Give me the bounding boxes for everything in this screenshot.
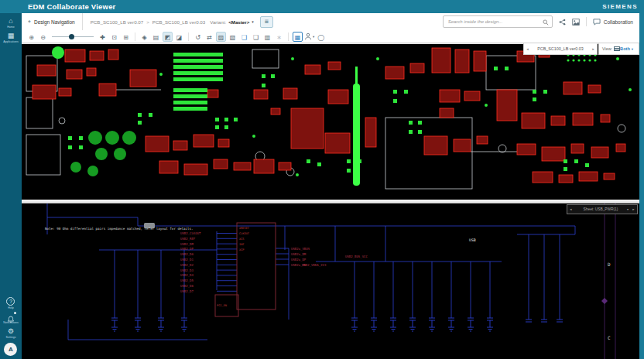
svg-text:USB2_D2: USB2_D2 [180, 263, 194, 267]
svg-text:USB2_D7: USB2_D7 [180, 289, 194, 293]
selection-list-button[interactable]: ≣ [260, 16, 273, 28]
svg-text:XCP: XCP [239, 248, 245, 251]
tab-design-navigation[interactable]: ⌖ Design Navigation [22, 13, 83, 30]
svg-text:USB2_D1: USB2_D1 [180, 258, 194, 262]
view-mode-value[interactable]: Both [620, 46, 630, 51]
svg-text:USB2_D6: USB2_D6 [180, 284, 194, 288]
chevron-down-icon: ▾ [632, 47, 633, 51]
home-icon: ⌂ [9, 17, 12, 25]
svg-text:USB2_DM: USB2_DM [180, 242, 194, 246]
sidebar-item-help[interactable]: ? Help [6, 297, 15, 309]
design-selector-value[interactable]: PCB_SC100_LB ver0.03 [531, 46, 590, 51]
svg-text:USB2x_DP: USB2x_DP [291, 258, 307, 262]
variant-value[interactable]: <Master> [228, 19, 249, 25]
rail-bottom-group: ? Help Notifications ⚙ Settings A [3, 296, 19, 356]
collaboration-button[interactable]: Collaboration [593, 15, 633, 29]
nav-right-group: Collaboration [443, 15, 633, 29]
layers-all-icon[interactable]: ▥ [262, 32, 272, 42]
flip-board-icon[interactable]: ⇄ [204, 32, 214, 42]
sidebar-item-label: Help [8, 306, 13, 309]
notification-badge [14, 312, 16, 314]
app-header: EDM Collaborate Viewer SIEMENS [0, 0, 644, 13]
view-label: View: [602, 46, 612, 51]
zoom-slider[interactable] [52, 32, 94, 42]
rail-top-group: ⌂ Home ▦ Applications [3, 15, 18, 45]
svg-text:USB2_VDDA_3V3: USB2_VDDA_3V3 [302, 263, 327, 267]
toolbar-separator [188, 32, 189, 41]
split-divider[interactable] [22, 200, 639, 203]
view-mode-selector[interactable]: View: Both ▾ [598, 43, 639, 55]
search-icon[interactable] [543, 15, 549, 29]
zoom-slider-knob[interactable] [69, 34, 74, 39]
pan-icon[interactable]: ✚ [98, 32, 108, 42]
sidebar-item-settings[interactable]: ⚙ Settings [5, 327, 15, 339]
viewer-toolbar: ⊕ ⊖ ✚ ⊡ ⊞ ◈ ▤ ◩ ◪ ↺ ⇄ ▨ ▧ ❑ ❏ ▥ ∗ ▦ ▾ ◯ [22, 30, 639, 43]
snapshot-image-icon[interactable] [572, 19, 580, 26]
user-avatar[interactable]: A [4, 343, 17, 356]
chevron-down-icon: ▾ [627, 207, 629, 211]
svg-text:USB2_D3: USB2_D3 [180, 268, 194, 272]
collaboration-label: Collaboration [604, 19, 633, 25]
svg-text:USB2_CLKOUT: USB2_CLKOUT [180, 231, 201, 235]
svg-text:USB2_REF: USB2_REF [180, 237, 196, 241]
layers-blue-icon[interactable]: ❑ [239, 32, 249, 42]
zoom-in-icon[interactable]: ⊕ [26, 32, 36, 42]
schematic-note: Note: 90 Ohm differential pairs impedanc… [45, 227, 194, 231]
share-icon[interactable] [559, 19, 566, 26]
next-design-button[interactable]: ▸ [590, 46, 597, 51]
outline-mode-icon[interactable]: ▧ [228, 32, 238, 42]
sheet-selector[interactable]: ◂ Sheet: USB_PWR(1) ▾ ▸ [567, 204, 638, 214]
cross-probe-icon[interactable]: ◈ [139, 32, 149, 42]
search-input[interactable] [447, 19, 543, 25]
properties-table-icon[interactable]: ▦ [293, 32, 303, 42]
help-icon: ? [6, 297, 15, 306]
svg-text:CLKOUT: CLKOUT [239, 232, 250, 235]
layers-top-icon[interactable]: ❏ [251, 32, 261, 42]
prev-design-button[interactable]: ◂ [524, 46, 531, 51]
hierarchy-icon: ⌖ [28, 19, 31, 25]
prev-sheet-button[interactable]: ◂ [567, 207, 574, 211]
zone-letter-c: C [608, 335, 611, 340]
presence-icon[interactable]: ◯ [316, 32, 326, 42]
pcb-viewer-pane: ◂ PCB_SC100_LB ver0.03 ▸ View: Both ▾ [22, 43, 639, 200]
svg-text:USB2_DP: USB2_DP [180, 247, 194, 251]
sheet-selector-value[interactable]: Sheet: USB_PWR(1) [574, 207, 627, 211]
fit-view-icon[interactable]: ⊞ [121, 32, 131, 42]
svg-text:USB2_BUS_VCC: USB2_BUS_VCC [345, 255, 368, 258]
history-icon[interactable]: ↺ [193, 32, 203, 42]
chevron-down-icon: ▾ [313, 35, 314, 39]
schematic-canvas[interactable]: Note: 90 Ohm differential pairs impedanc… [22, 203, 639, 359]
chevron-down-icon[interactable]: ▾ [252, 19, 254, 24]
next-sheet-button[interactable]: ▸ [630, 207, 637, 211]
sidebar-item-label: Home [7, 26, 15, 29]
sidebar-item-applications[interactable]: ▦ Applications [3, 32, 18, 43]
svg-text:INT: INT [239, 243, 245, 246]
zoom-window-icon[interactable]: ⊡ [109, 32, 119, 42]
zone-letter-d: D [608, 262, 611, 267]
sidebar-item-home[interactable]: ⌂ Home [7, 17, 15, 29]
tab-label: Design Navigation [34, 19, 75, 25]
top-view-icon[interactable]: ◩ [163, 32, 173, 42]
board-view-icon[interactable]: ▤ [151, 32, 161, 42]
siemens-logo: SIEMENS [602, 3, 638, 10]
user-menu-button[interactable]: ▾ [304, 32, 314, 40]
sidebar-item-label: Applications [3, 40, 18, 43]
breadcrumb-design-current[interactable]: PCB_SC100_LB ver0.03 [152, 19, 205, 25]
sidebar-item-label: Settings [5, 336, 15, 339]
shaded-mode-icon[interactable]: ▨ [216, 32, 226, 42]
pcb-canvas[interactable] [22, 43, 639, 200]
svg-text:USB2_D4: USB2_D4 [180, 273, 194, 277]
design-selector: ◂ PCB_SC100_LB ver0.03 ▸ [523, 43, 598, 55]
sidebar-item-notifications[interactable]: Notifications [3, 313, 19, 324]
bell-icon [7, 313, 15, 320]
usb-label: USB [469, 238, 476, 242]
svg-text:PCI_EN: PCI_EN [217, 304, 227, 307]
breadcrumb-design-parent[interactable]: PCB_SC100_LB ver0.07 [91, 19, 143, 25]
bottom-view-icon[interactable]: ◪ [174, 32, 184, 42]
measure-icon[interactable]: ∗ [274, 32, 284, 42]
breadcrumb: PCB_SC100_LB ver0.07 > PCB_SC100_LB ver0… [91, 19, 254, 25]
person-icon [304, 32, 312, 40]
toolbar-separator [288, 32, 289, 41]
split-view-icon [614, 46, 618, 51]
zoom-out-icon[interactable]: ⊖ [38, 32, 48, 42]
